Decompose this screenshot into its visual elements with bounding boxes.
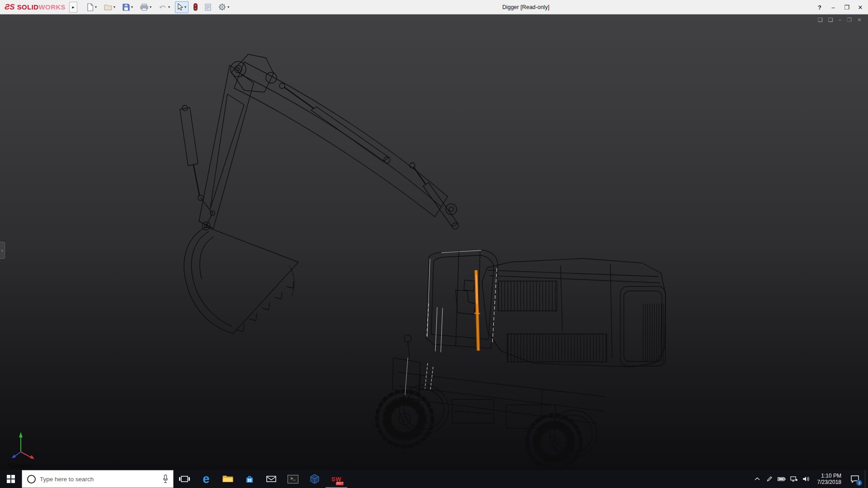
rebuild-button[interactable] [191,1,200,13]
mail-button[interactable] [260,470,282,488]
solidworks-app-button[interactable]: SW 2017 [326,470,347,488]
save-button[interactable]: ▾ [120,1,135,13]
battery-icon[interactable] [777,477,786,481]
open-button[interactable]: ▾ [102,1,118,13]
new-document-icon [87,3,94,11]
menu-flyout-arrow[interactable]: ▸ [69,2,77,13]
undo-button[interactable]: ▾ [156,1,172,13]
doc-close-button[interactable]: ✕ [857,17,862,23]
excavator-wireframe [180,54,665,469]
titlebar: ƧS SOLIDWORKS ▸ ▾ ▾ ▾ ▾ ▾ ▾ [0,0,868,14]
cortana-icon [27,475,36,483]
open-folder-icon [104,4,112,10]
doc-minimize-button[interactable]: – [838,17,841,23]
network-icon[interactable] [789,476,798,482]
undo-dropdown-chevron[interactable]: ▾ [168,5,170,9]
file-properties-button[interactable] [203,1,213,13]
print-icon [140,4,148,11]
restore-button[interactable]: ❐ [840,0,854,14]
orientation-triad [7,429,40,459]
options-button[interactable]: ▾ [216,1,231,13]
taskbar-spacer [347,470,750,488]
taskbar-search[interactable] [22,470,174,488]
edrawings-button[interactable] [304,470,326,488]
graphics-viewport[interactable]: ❏ ❏ – ❐ ✕ ‹ *Dimetric [0,14,868,470]
command-prompt-button[interactable]: >_ [282,470,304,488]
dassault-logo-icon: ƧS [5,3,15,12]
print-button[interactable]: ▾ [138,1,154,13]
task-view-button[interactable] [174,470,195,488]
window-controls: ? – ❐ ✕ [813,0,867,14]
store-button[interactable] [239,470,260,488]
print-dropdown-chevron[interactable]: ▾ [150,5,151,9]
new-document-button[interactable]: ▾ [85,1,99,13]
edge-browser-button[interactable]: e [195,470,217,488]
viewport-pane-icon-2[interactable]: ❏ [828,17,833,23]
clock-date: 7/23/2018 [817,479,841,485]
undo-icon [159,4,167,10]
save-dropdown-chevron[interactable]: ▾ [131,5,133,9]
brand-solid: SOLID [17,3,39,11]
open-dropdown-chevron[interactable]: ▾ [113,5,115,9]
help-button[interactable]: ? [813,0,826,14]
select-dropdown-chevron[interactable]: ▾ [184,5,186,9]
mail-icon [266,475,276,483]
options-gear-icon [218,3,226,11]
options-dropdown-chevron[interactable]: ▾ [227,5,229,9]
new-dropdown-chevron[interactable]: ▾ [95,5,97,9]
command-prompt-icon: >_ [288,475,298,483]
action-center-button[interactable]: 3 [845,470,865,488]
edge-icon: e [203,473,209,485]
windows-logo-icon [7,475,15,483]
notification-badge: 3 [856,480,862,486]
edrawings-cube-icon [310,474,320,484]
close-button[interactable]: ✕ [854,0,867,14]
show-desktop-button[interactable] [865,470,868,488]
tray-overflow-chevron-icon[interactable] [753,477,762,481]
taskbar: e >_ SW 2017 [0,470,868,488]
highlight-edges [405,250,497,395]
file-explorer-button[interactable] [217,470,239,488]
clock-time: 1:10 PM [821,473,841,479]
feature-manager-collapse-tab[interactable]: ‹ [0,242,5,259]
viewport-pane-icon[interactable]: ❏ [818,17,823,23]
task-view-icon [179,475,190,483]
brand-works: WORKS [39,3,66,11]
store-icon [245,474,254,483]
doc-restore-button[interactable]: ❐ [847,17,852,23]
select-cursor-icon [177,3,183,11]
microphone-icon[interactable] [158,474,173,483]
document-window-controls: ❏ ❏ – ❐ ✕ [818,17,862,23]
start-button[interactable] [0,470,22,488]
view-orientation-label: *Dimetric [7,462,33,469]
file-properties-icon [205,4,211,11]
windows-ink-pen-icon[interactable] [765,476,774,482]
volume-icon[interactable] [802,476,811,482]
solidworks-logo: ƧS SOLIDWORKS [0,3,68,12]
minimize-button[interactable]: – [826,0,840,14]
solidworks-2017-icon: SW 2017 [330,473,343,485]
model-canvas[interactable] [0,14,868,470]
file-explorer-icon [222,475,233,483]
system-tray [750,470,813,488]
rebuild-traffic-light-icon [193,3,198,11]
document-title: Digger [Read-only] [502,4,549,10]
quick-access-toolbar: ▾ ▾ ▾ ▾ ▾ ▾ ▾ [85,1,234,13]
select-tool-button[interactable]: ▾ [175,1,189,13]
taskbar-clock[interactable]: 1:10 PM 7/23/2018 [813,470,845,488]
save-floppy-icon [123,4,130,11]
search-input[interactable] [40,476,158,483]
